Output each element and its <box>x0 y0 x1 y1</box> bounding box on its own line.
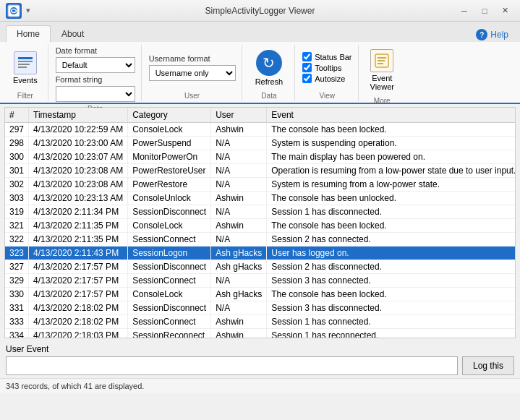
data-table: # Timestamp Category User Event 2974/13/… <box>5 108 515 338</box>
cell-id: 297 <box>5 123 29 137</box>
cell-category: PowerRestore <box>128 178 211 192</box>
cell-event: The console has been locked. <box>267 123 515 137</box>
autosize-checkbox[interactable] <box>302 74 312 83</box>
table-row[interactable]: 3004/13/2020 10:23:07 AMMonitorPowerOnN/… <box>5 150 515 164</box>
cell-event: Session 1 has connected. <box>267 315 515 329</box>
cell-event: Session 1 has reconnected. <box>267 329 515 338</box>
status-bar: 343 records, of which 41 are displayed. <box>0 378 520 393</box>
title-bar-left: ▾ <box>6 3 30 19</box>
cell-id: 303 <box>5 192 29 205</box>
table-row[interactable]: 3014/13/2020 10:23:08 AMPowerRestoreUser… <box>5 164 515 178</box>
cell-user: N/A <box>211 274 267 288</box>
status-bar-checkbox-label[interactable]: Status Bar <box>302 52 351 61</box>
cell-user: N/A <box>211 233 267 247</box>
table-row[interactable]: 2984/13/2020 10:23:00 AMPowerSuspendN/AS… <box>5 137 515 150</box>
ribbon-group-view: Status Bar Tooltips Autosize View <box>297 45 358 101</box>
cell-event: User has logged on. <box>267 247 515 260</box>
username-format-select[interactable]: Username only Full name Domain\User <box>149 65 236 81</box>
cell-timestamp: 4/13/2020 10:23:07 AM <box>29 150 128 164</box>
date-inner: Date format Default Short Long Format st… <box>56 46 135 102</box>
tooltips-checkbox[interactable] <box>302 63 312 72</box>
cell-timestamp: 4/13/2020 10:23:13 AM <box>29 192 128 205</box>
cell-user: Ash gHacks <box>211 260 267 274</box>
svg-rect-9 <box>378 63 383 64</box>
user-event-section: User Event Log this <box>0 341 520 378</box>
table-row[interactable]: 3194/13/2020 2:11:34 PMSessionDisconnect… <box>5 205 515 219</box>
help-button[interactable]: ? Help <box>470 27 514 42</box>
cell-event: Operation is resuming from a low-power s… <box>267 164 515 178</box>
table-row[interactable]: 3274/13/2020 2:17:57 PMSessionDisconnect… <box>5 260 515 274</box>
cell-user: Ashwin <box>211 315 267 329</box>
cell-id: 333 <box>5 315 29 329</box>
window-controls: ─ □ ✕ <box>455 4 514 17</box>
user-inner: Username format Username only Full name … <box>149 46 236 89</box>
tab-home[interactable]: Home <box>6 25 51 43</box>
cell-event: Session 1 has disconnected. <box>267 205 515 219</box>
table-row[interactable]: 3234/13/2020 2:11:43 PMSessionLogonAsh g… <box>5 247 515 260</box>
events-button[interactable]: Events <box>9 50 42 86</box>
event-viewer-icon <box>370 49 393 72</box>
cell-event: The console has been locked. <box>267 288 515 301</box>
cell-category: MonitorPowerOn <box>128 150 211 164</box>
minimize-button[interactable]: ─ <box>455 4 474 17</box>
help-label: Help <box>490 30 508 40</box>
col-header-event[interactable]: Event <box>267 108 515 123</box>
cell-timestamp: 4/13/2020 10:23:08 AM <box>29 178 128 192</box>
tab-about[interactable]: About <box>51 25 95 42</box>
date-format-select[interactable]: Default Short Long <box>56 57 135 73</box>
cell-id: 300 <box>5 150 29 164</box>
table-row[interactable]: 2974/13/2020 10:22:59 AMConsoleLockAshwi… <box>5 123 515 137</box>
status-bar-checkbox[interactable] <box>302 52 312 61</box>
cell-user: N/A <box>211 178 267 192</box>
table-row[interactable]: 3314/13/2020 2:18:02 PMSessionDisconnect… <box>5 301 515 315</box>
col-header-timestamp[interactable]: Timestamp <box>29 108 128 123</box>
cell-timestamp: 4/13/2020 2:18:02 PM <box>29 301 128 315</box>
col-header-id[interactable]: # <box>5 108 29 123</box>
col-header-category[interactable]: Category <box>128 108 211 123</box>
cell-user: N/A <box>211 301 267 315</box>
app-icon <box>6 3 22 19</box>
col-header-user[interactable]: User <box>211 108 267 123</box>
table-body: 2974/13/2020 10:22:59 AMConsoleLockAshwi… <box>5 123 515 338</box>
table-row[interactable]: 3344/13/2020 2:18:03 PMSessionReconnectA… <box>5 329 515 338</box>
format-string-select[interactable] <box>56 86 135 102</box>
cell-timestamp: 4/13/2020 2:17:57 PM <box>29 274 128 288</box>
ribbon: Home About ? Help <box>0 22 520 104</box>
tooltips-checkbox-label[interactable]: Tooltips <box>302 63 351 72</box>
cell-timestamp: 4/13/2020 10:23:08 AM <box>29 164 128 178</box>
table-row[interactable]: 3334/13/2020 2:18:02 PMSessionConnectAsh… <box>5 315 515 329</box>
cell-id: 329 <box>5 274 29 288</box>
svg-rect-8 <box>378 60 385 61</box>
cell-user: N/A <box>211 205 267 219</box>
date-format-label: Date format <box>56 46 135 55</box>
cell-user: Ashwin <box>211 329 267 338</box>
username-format-group: Username format Username only Full name … <box>149 54 236 81</box>
cell-id: 334 <box>5 329 29 338</box>
cell-event: Session 3 has connected. <box>267 274 515 288</box>
maximize-button[interactable]: □ <box>475 4 494 17</box>
close-button[interactable]: ✕ <box>495 4 514 17</box>
svg-rect-7 <box>378 57 386 59</box>
user-event-input[interactable] <box>6 356 458 375</box>
ribbon-group-date: Date format Default Short Long Format st… <box>50 45 142 101</box>
autosize-checkbox-label[interactable]: Autosize <box>302 74 351 83</box>
refresh-icon: ↻ <box>256 50 282 76</box>
refresh-button[interactable]: ↻ Refresh <box>250 47 289 89</box>
username-format-label: Username format <box>149 54 236 63</box>
table-row[interactable]: 3024/13/2020 10:23:08 AMPowerRestoreN/AS… <box>5 178 515 192</box>
table-row[interactable]: 3034/13/2020 10:23:13 AMConsoleUnlockAsh… <box>5 192 515 205</box>
more-group-label: More <box>374 97 391 106</box>
format-string-label: Format string <box>56 75 135 84</box>
table-row[interactable]: 3214/13/2020 2:11:35 PMConsoleLockAshwin… <box>5 219 515 233</box>
event-viewer-button[interactable]: Event Viewer <box>366 46 398 94</box>
cell-id: 298 <box>5 137 29 150</box>
table-row[interactable]: 3224/13/2020 2:11:35 PMSessionConnectN/A… <box>5 233 515 247</box>
log-this-button[interactable]: Log this <box>462 356 514 375</box>
cell-user: Ash gHacks <box>211 247 267 260</box>
table-row[interactable]: 3304/13/2020 2:17:57 PMConsoleLockAsh gH… <box>5 288 515 301</box>
cell-id: 330 <box>5 288 29 301</box>
table-row[interactable]: 3294/13/2020 2:17:57 PMSessionConnectN/A… <box>5 274 515 288</box>
table-scroll[interactable]: # Timestamp Category User Event 2974/13/… <box>5 108 515 338</box>
cell-category: SessionConnect <box>128 233 211 247</box>
cell-category: ConsoleLock <box>128 288 211 301</box>
